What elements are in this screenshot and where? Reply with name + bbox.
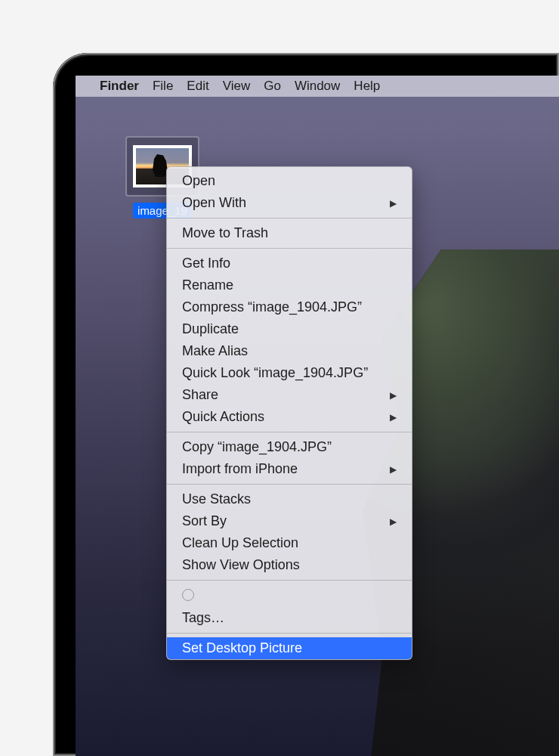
menu-item-quick-actions[interactable]: Quick Actions ▶ bbox=[167, 406, 412, 428]
app-name[interactable]: Finder bbox=[100, 79, 139, 94]
menu-item-label: Clean Up Selection bbox=[182, 535, 298, 551]
menu-item-set-desktop-picture[interactable]: Set Desktop Picture bbox=[167, 637, 412, 659]
menu-separator bbox=[167, 248, 412, 249]
menu-window[interactable]: Window bbox=[295, 79, 340, 94]
menu-item-label: Share bbox=[182, 387, 218, 403]
menu-item-get-info[interactable]: Get Info bbox=[167, 253, 412, 274]
menu-item-duplicate[interactable]: Duplicate bbox=[167, 318, 412, 340]
menu-help[interactable]: Help bbox=[354, 79, 380, 94]
desktop-screen: Finder File Edit View Go Window Help ima… bbox=[76, 76, 559, 756]
menu-item-label: Get Info bbox=[182, 256, 230, 271]
menu-bar: Finder File Edit View Go Window Help bbox=[76, 76, 559, 97]
menu-item-use-stacks[interactable]: Use Stacks bbox=[167, 488, 412, 510]
menu-item-label: Tags… bbox=[182, 610, 224, 626]
menu-item-open-with[interactable]: Open With ▶ bbox=[167, 192, 412, 214]
menu-separator bbox=[167, 633, 412, 634]
menu-item-label: Rename bbox=[182, 277, 233, 293]
menu-item-label: Show View Options bbox=[182, 557, 300, 573]
menu-item-open[interactable]: Open bbox=[167, 170, 412, 192]
menu-go[interactable]: Go bbox=[264, 79, 281, 94]
tag-color-none-icon[interactable] bbox=[182, 589, 194, 601]
submenu-arrow-icon: ▶ bbox=[390, 516, 397, 527]
tags-color-row bbox=[167, 584, 412, 607]
menu-item-move-to-trash[interactable]: Move to Trash bbox=[167, 222, 412, 244]
menu-separator bbox=[167, 484, 412, 485]
menu-item-label: Open With bbox=[182, 195, 246, 211]
menu-item-label: Quick Actions bbox=[182, 409, 264, 425]
menu-item-label: Copy “image_1904.JPG” bbox=[182, 439, 332, 455]
menu-item-label: Move to Trash bbox=[182, 225, 268, 241]
submenu-arrow-icon: ▶ bbox=[390, 464, 397, 475]
menu-item-label: Compress “image_1904.JPG” bbox=[182, 299, 362, 315]
menu-item-label: Open bbox=[182, 173, 215, 189]
menu-file[interactable]: File bbox=[153, 79, 173, 94]
submenu-arrow-icon: ▶ bbox=[390, 412, 397, 423]
menu-separator bbox=[167, 218, 412, 218]
menu-item-share[interactable]: Share ▶ bbox=[167, 384, 412, 406]
menu-item-label: Make Alias bbox=[182, 343, 248, 359]
menu-item-label: Use Stacks bbox=[182, 491, 251, 507]
menu-separator bbox=[167, 432, 412, 432]
submenu-arrow-icon: ▶ bbox=[390, 198, 397, 209]
submenu-arrow-icon: ▶ bbox=[390, 390, 397, 401]
menu-item-rename[interactable]: Rename bbox=[167, 274, 412, 296]
menu-item-show-view-options[interactable]: Show View Options bbox=[167, 554, 412, 576]
menu-view[interactable]: View bbox=[223, 79, 251, 94]
menu-item-quick-look[interactable]: Quick Look “image_1904.JPG” bbox=[167, 362, 412, 384]
menu-item-compress[interactable]: Compress “image_1904.JPG” bbox=[167, 296, 412, 318]
menu-item-copy[interactable]: Copy “image_1904.JPG” bbox=[167, 436, 412, 458]
menu-separator bbox=[167, 580, 412, 581]
context-menu: Open Open With ▶ Move to Trash Get Info … bbox=[166, 166, 412, 660]
menu-item-label: Quick Look “image_1904.JPG” bbox=[182, 365, 368, 381]
menu-item-import-from-iphone[interactable]: Import from iPhone ▶ bbox=[167, 458, 412, 480]
menu-item-label: Sort By bbox=[182, 513, 227, 529]
menu-item-label: Set Desktop Picture bbox=[182, 640, 302, 656]
menu-item-sort-by[interactable]: Sort By ▶ bbox=[167, 510, 412, 532]
menu-item-label: Duplicate bbox=[182, 321, 239, 337]
menu-item-clean-up-selection[interactable]: Clean Up Selection bbox=[167, 532, 412, 554]
menu-item-make-alias[interactable]: Make Alias bbox=[167, 340, 412, 362]
laptop-bezel: Finder File Edit View Go Window Help ima… bbox=[53, 53, 559, 756]
menu-edit[interactable]: Edit bbox=[187, 79, 208, 94]
menu-item-tags[interactable]: Tags… bbox=[167, 607, 412, 629]
menu-item-label: Import from iPhone bbox=[182, 461, 298, 477]
